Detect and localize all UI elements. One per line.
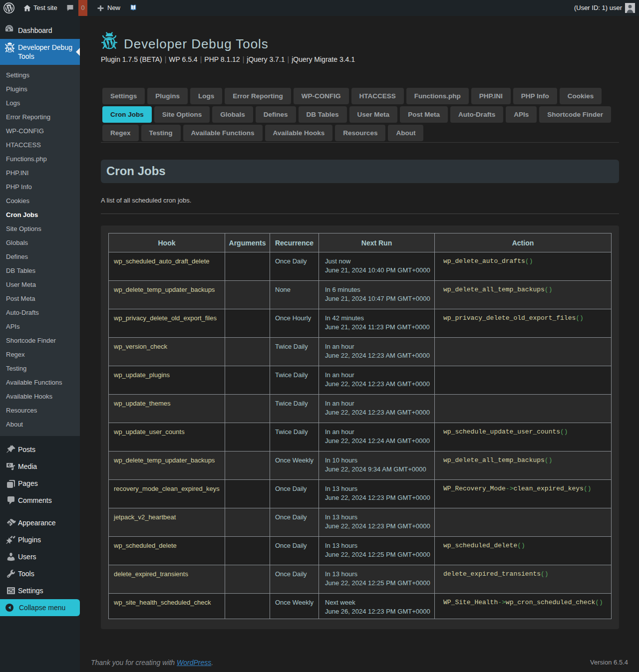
svg-text:W: W	[6, 45, 12, 52]
